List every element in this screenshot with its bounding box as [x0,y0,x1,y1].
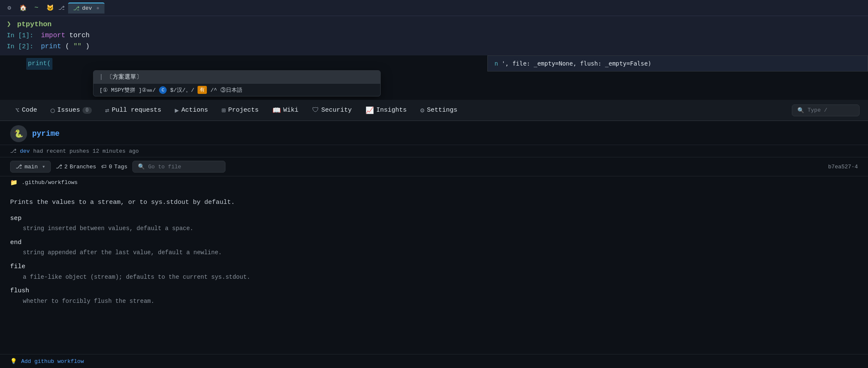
ime-orange-badge: 有 [198,86,207,94]
doc-main-text: Prints the values to a stream, or to sys… [10,197,858,208]
nav-actions-label: Actions [181,107,208,114]
doc-tooltip: n ', file: _empty=None, flush: _empty=Fa… [487,55,868,71]
os-top-bar: ⚙ 🏠 ~ 🐱 ⎇ ⎇ dev ● [0,0,868,16]
cell2-string: "" [73,43,81,50]
tooltip-rest: ', file: _empty=None, flush: _empty=Fals… [502,60,651,67]
ptpython-header: ❯ ptpython [7,19,861,28]
go-to-file-input[interactable]: 🔍 Go to file [132,161,225,173]
nav-pr-label: Pull requests [112,107,161,114]
search-box-nav[interactable]: 🔍 Type / [792,104,860,116]
print-highlight: print( [26,58,52,70]
tooltip-n: n [494,60,498,67]
branches-count-num: 2 [64,164,68,170]
tags-count-label: Tags [114,164,127,170]
branch-selector[interactable]: ⎇ main ▾ [10,161,51,173]
doc-param-end: end [10,237,858,248]
tags-count-icon: 🏷 [101,164,107,170]
nav-pull-requests[interactable]: ⇄ Pull requests [99,103,168,118]
cell2-parens: ( [65,43,69,50]
autocomplete-popup[interactable]: | 〔方案選單〕 [① MSPY雙拼 ]②㎜/ C $/汉/。/ 有 /^ ③日… [93,70,381,96]
cell2-code: print ( "" ) [41,43,90,50]
push-bar: ⎇ dev had recent pushes 12 minutes ago [0,145,868,157]
print-func: print [41,43,61,50]
autocomplete-selected-item: | 〔方案選單〕 [93,71,380,83]
nav-security[interactable]: 🛡 Security [305,103,359,118]
dev-tab-active-indicator: ● [96,5,99,11]
nav-security-label: Security [321,107,352,114]
go-to-file-search-icon: 🔍 [138,163,145,170]
jupyter-cell-1: In [1]: import torch [7,30,861,41]
nav-projects[interactable]: ⊞ Projects [215,103,266,118]
actions-icon: ▶ [175,106,179,115]
ime-part1: [① MSPY雙拼 ]②㎜/ [99,86,156,94]
autocomplete-hint-label: 〔方案選單〕 [107,74,142,80]
nav-code-label: Code [22,107,37,114]
add-workflow-link[interactable]: Add github workflow [21,358,84,365]
push-user-link[interactable]: dev [20,148,30,154]
nav-actions[interactable]: ▶ Actions [168,103,215,118]
folder-icon: 📁 [10,179,17,186]
ime-part3: /^ ③日本語 [210,86,242,94]
pull-requests-icon: ⇄ [105,106,110,115]
code-icon: ⌥ [15,106,19,115]
jupyter-cell-2: In [2]: print ( "" ) [7,41,861,52]
doc-content: Prints the values to a stream, or to sys… [0,189,868,311]
doc-param-file: file [10,261,858,272]
branches-count-icon: ⎇ [56,163,62,170]
code-area-with-popup: print( | 〔方案選單〕 [① MSPY雙拼 ]②㎜/ C $/汉/。/ … [0,55,868,100]
cell1-code: import torch [41,32,90,39]
branch-selector-icon: ⎇ [16,163,22,170]
commit-hash: b7ea527·4 [828,164,858,170]
workflow-folder-name: .github/workflows [22,179,78,186]
branch-selector-label: main [25,164,38,170]
nav-settings[interactable]: ⚙ Settings [414,103,464,118]
ptpython-title: ptpython [17,20,52,28]
ime-bar: [① MSPY雙拼 ]②㎜/ C $/汉/。/ 有 /^ ③日本語 [93,83,380,96]
repo-action-bar: ⎇ main ▾ ⎇ 2 Branches 🏷 0 Tags 🔍 Go to f… [0,157,868,176]
prompt-symbol: ❯ [7,20,11,28]
doc-param-flush: flush [10,286,858,297]
issues-icon: ◯ [51,106,55,115]
ime-blue-icon[interactable]: C [159,86,167,94]
nav-wiki-label: Wiki [283,107,299,114]
dev-tab[interactable]: ⎇ dev ● [68,3,104,14]
repo-name[interactable]: pyrime [32,129,60,138]
dev-tab-label: dev [82,5,92,11]
home-icon[interactable]: 🏠 [18,3,28,13]
nav-issues[interactable]: ◯ Issues 0 [44,103,99,118]
nav-settings-label: Settings [427,107,457,114]
cell1-module: torch [69,32,90,39]
ime-part2: $/汉/。/ [170,86,194,94]
security-icon: 🛡 [312,106,319,114]
workflow-bar: 📁 .github/workflows [0,176,868,189]
add-workflow-bar: 💡 Add github workflow [0,354,868,368]
add-workflow-icon: 💡 [10,358,17,365]
gear-icon[interactable]: ⚙ [4,3,14,13]
tags-count-link[interactable]: 🏷 0 Tags [101,164,127,170]
doc-desc-flush: whether to forcibly flush the stream. [10,297,858,307]
nav-insights[interactable]: 📈 Insights [359,103,414,118]
nav-wiki[interactable]: 📖 Wiki [266,103,305,118]
dev-tab-branch-icon: ⎇ [73,5,80,12]
branches-count-link[interactable]: ⎇ 2 Branches [56,163,96,170]
push-branch-icon: ⎇ [10,148,16,154]
push-message: had recent pushes 12 minutes ago [33,148,139,154]
cell1-prompt: In [1]: [7,32,33,39]
import-keyword: import [41,32,66,39]
search-placeholder-nav: Type / [808,107,827,113]
search-icon-nav: 🔍 [797,107,804,114]
issues-count-badge: 0 [82,107,91,114]
tags-count-num: 0 [109,164,112,170]
doc-desc-end: string appended after the last value, de… [10,248,858,258]
projects-icon: ⊞ [222,106,226,115]
tilde-icon: ~ [31,3,41,13]
settings-icon: ⚙ [420,106,425,115]
nav-code[interactable]: ⌥ Code [8,103,44,118]
cat-icon: 🐱 [45,3,55,13]
cell2-close: ) [85,43,90,50]
doc-param-sep: sep [10,213,858,224]
code-top-section: ❯ ptpython In [1]: import torch In [2]: … [0,16,868,55]
cursor-bar: | [99,74,103,80]
nav-projects-label: Projects [228,107,258,114]
avatar-icon: 🐍 [14,129,23,138]
